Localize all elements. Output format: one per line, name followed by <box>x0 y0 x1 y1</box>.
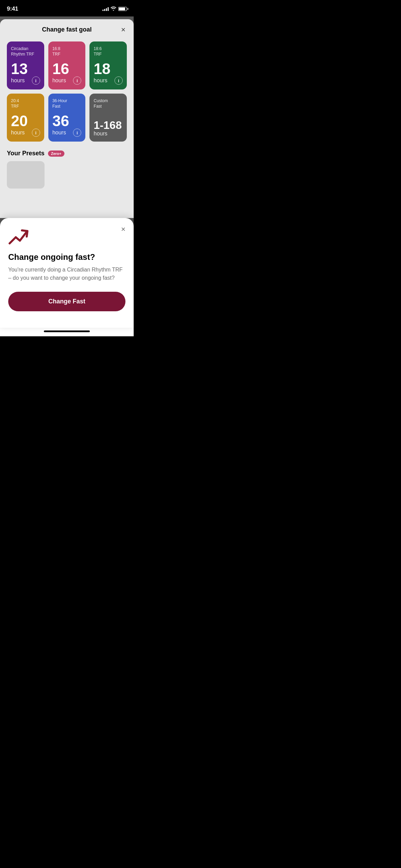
battery-icon <box>118 7 127 11</box>
fast-card-label: CircadianRhythm TRF <box>11 46 40 57</box>
info-icon[interactable]: i <box>73 76 81 85</box>
info-icon[interactable]: i <box>32 129 40 137</box>
fast-options-grid: CircadianRhythm TRF 13 hours i 16:8TRF 1… <box>7 41 127 142</box>
fast-card-unit: hours <box>94 77 107 84</box>
fast-option-custom[interactable]: CustomFast 1-168 hours <box>89 94 127 142</box>
confirm-body: You're currently doing a Circadian Rhyth… <box>8 266 125 282</box>
fast-card-number: 13 <box>11 61 40 76</box>
trend-arrow-icon <box>8 229 30 246</box>
fast-option-18-6[interactable]: 18:6TRF 18 hours i <box>89 41 127 89</box>
sheet-header: Change fast goal × <box>7 26 127 33</box>
confirm-icon-area <box>8 229 125 246</box>
fast-card-number: 1-168 <box>94 120 123 131</box>
home-indicator <box>0 328 134 336</box>
fast-card-number: 18 <box>94 61 123 76</box>
info-icon[interactable]: i <box>114 76 123 85</box>
home-bar <box>44 330 90 332</box>
info-icon[interactable]: i <box>32 76 40 85</box>
fast-option-circadian[interactable]: CircadianRhythm TRF 13 hours i <box>7 41 44 89</box>
sheet-title: Change fast goal <box>42 26 92 33</box>
confirm-close-button[interactable]: × <box>120 224 127 235</box>
fast-card-label: CustomFast <box>94 98 123 109</box>
fast-card-unit: hours <box>52 130 66 136</box>
modal-overlay: Change fast goal × CircadianRhythm TRF 1… <box>0 16 134 336</box>
fast-card-unit: hours <box>94 131 107 137</box>
signal-icon <box>102 7 109 11</box>
confirm-sheet: × Change ongoing fast? You're currently … <box>0 218 134 328</box>
status-bar: 9:41 <box>0 0 134 16</box>
fast-card-number: 20 <box>11 113 40 129</box>
wifi-icon <box>111 6 116 12</box>
status-icons <box>102 6 127 12</box>
fast-card-number: 36 <box>52 113 82 129</box>
change-fast-button[interactable]: Change Fast <box>8 292 125 311</box>
fast-card-label: 18:6TRF <box>94 46 123 57</box>
presets-title: Your Presets <box>7 150 45 157</box>
fast-option-16-8[interactable]: 16:8TRF 16 hours i <box>48 41 86 89</box>
info-icon[interactable]: i <box>73 129 81 137</box>
fast-card-unit: hours <box>11 130 25 136</box>
close-sheet-button[interactable]: × <box>120 25 127 35</box>
fast-card-number: 16 <box>52 61 82 76</box>
fast-option-20-4[interactable]: 20:4TRF 20 hours i <box>7 94 44 142</box>
fast-goal-sheet: Change fast goal × CircadianRhythm TRF 1… <box>0 19 134 218</box>
fast-card-label: 20:4TRF <box>11 98 40 109</box>
status-time: 9:41 <box>7 5 18 12</box>
fast-card-unit: hours <box>52 77 66 84</box>
confirm-title: Change ongoing fast? <box>8 252 125 262</box>
zero-plus-badge: Zero+ <box>48 150 64 157</box>
fast-card-unit: hours <box>11 77 25 84</box>
fast-option-36-hour[interactable]: 36-HourFast 36 hours i <box>48 94 86 142</box>
presets-section: Your Presets Zero+ <box>7 150 127 157</box>
fast-card-label: 16:8TRF <box>52 46 82 57</box>
preset-placeholder <box>7 161 45 189</box>
fast-card-label: 36-HourFast <box>52 98 82 109</box>
